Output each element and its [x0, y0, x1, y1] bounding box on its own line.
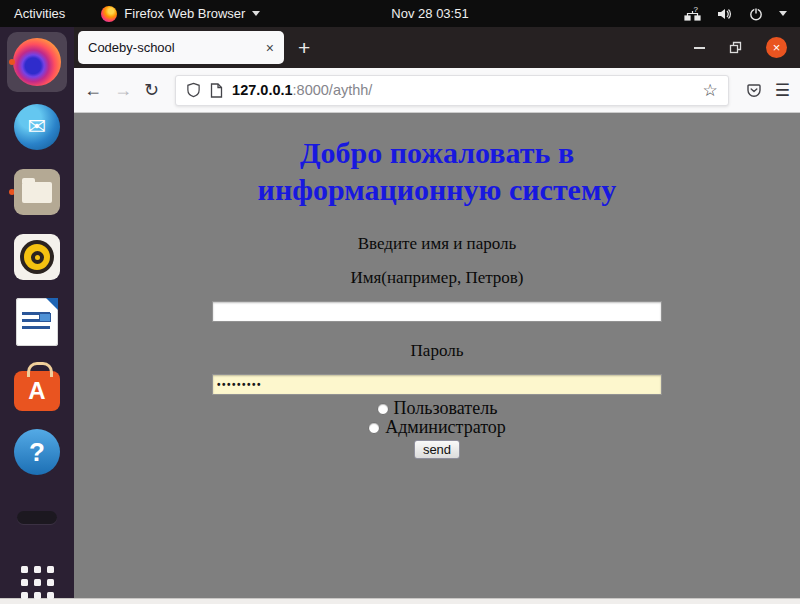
- page-title: Добро пожаловать винформационную систему: [74, 134, 800, 208]
- radio-user-label: Пользователь: [394, 398, 498, 419]
- url-path: :8000/aythh/: [293, 82, 373, 98]
- window-controls: ×: [694, 37, 800, 58]
- dock-item-thunderbird[interactable]: ✉: [7, 97, 67, 157]
- name-input[interactable]: [212, 301, 662, 322]
- window-bottom-edge: [0, 598, 800, 604]
- back-button[interactable]: ←: [84, 80, 102, 101]
- svg-text:?: ?: [694, 6, 699, 14]
- name-label: Имя(например, Петров): [74, 268, 800, 288]
- tab-close-icon[interactable]: ×: [266, 41, 274, 55]
- intro-text: Введите имя и пароль: [74, 234, 800, 254]
- dock-item-libreoffice-writer[interactable]: [7, 292, 67, 352]
- tab-codeby-school[interactable]: Codeby-school ×: [78, 31, 284, 64]
- url-bar[interactable]: 127.0.0.1:8000/aythh/ ☆: [175, 75, 729, 106]
- page-info-icon[interactable]: [210, 83, 223, 98]
- gnome-top-bar: Activities Firefox Web Browser Nov 28 03…: [0, 0, 800, 27]
- firefox-icon: [101, 6, 117, 22]
- radio-button-admin[interactable]: [368, 422, 380, 434]
- password-label: Пароль: [74, 341, 800, 361]
- radio-option-admin[interactable]: Администратор: [74, 418, 800, 437]
- chevron-down-icon: [252, 11, 260, 16]
- url-host: 127.0.0.1: [232, 82, 292, 98]
- clock[interactable]: Nov 28 03:51: [391, 6, 468, 21]
- minimized-window-icon: [17, 511, 57, 524]
- app-menu-label: Firefox Web Browser: [124, 6, 245, 21]
- dock-item-minimized-window[interactable]: [7, 487, 67, 547]
- app-menu[interactable]: Firefox Web Browser: [101, 6, 260, 22]
- tracking-protection-shield-icon[interactable]: [186, 82, 201, 98]
- minimize-button[interactable]: [694, 47, 705, 49]
- tab-title: Codeby-school: [88, 40, 175, 55]
- web-page: Добро пожаловать винформационную систему…: [74, 113, 800, 598]
- new-tab-button[interactable]: +: [298, 36, 310, 60]
- dock-item-ubuntu-software[interactable]: A: [7, 357, 67, 417]
- radio-option-user[interactable]: Пользователь: [74, 399, 800, 418]
- reload-button[interactable]: ↻: [144, 79, 159, 101]
- hamburger-menu-icon[interactable]: ☰: [775, 80, 790, 101]
- navigation-toolbar: ← → ↻ 127.0.0.1:8000/aythh/ ☆ ☰: [74, 68, 800, 113]
- help-icon: ?: [14, 429, 60, 475]
- close-button[interactable]: ×: [766, 37, 787, 58]
- chevron-down-icon: [779, 11, 787, 16]
- restore-button[interactable]: [729, 41, 742, 54]
- pocket-icon[interactable]: [745, 82, 763, 99]
- rhythmbox-icon: [14, 234, 60, 280]
- libreoffice-writer-icon: [16, 298, 58, 346]
- files-icon: [14, 169, 60, 215]
- dock-item-files[interactable]: [7, 162, 67, 222]
- volume-icon: [716, 6, 733, 22]
- app-grid-button[interactable]: [7, 552, 67, 604]
- app-grid-icon: [21, 566, 54, 599]
- radio-admin-label: Администратор: [385, 417, 506, 438]
- tab-bar: Codeby-school × + ×: [74, 27, 800, 68]
- ubuntu-software-icon: A: [14, 371, 60, 411]
- radio-button-user[interactable]: [377, 403, 389, 415]
- url-text[interactable]: 127.0.0.1:8000/aythh/: [232, 82, 693, 98]
- network-status-icon: ?: [684, 6, 701, 22]
- bookmark-star-icon[interactable]: ☆: [703, 80, 718, 101]
- firefox-window: Codeby-school × + × ← → ↻: [74, 27, 800, 598]
- thunderbird-icon: ✉: [14, 104, 60, 150]
- activities-button[interactable]: Activities: [0, 0, 79, 27]
- dock-item-firefox[interactable]: [7, 32, 67, 92]
- forward-button[interactable]: →: [114, 80, 132, 101]
- send-button[interactable]: send: [414, 440, 460, 459]
- dock-item-help[interactable]: ?: [7, 422, 67, 482]
- dock-item-rhythmbox[interactable]: [7, 227, 67, 287]
- running-indicator: [9, 59, 15, 65]
- power-icon: [748, 6, 764, 22]
- firefox-icon: [13, 38, 61, 86]
- password-input[interactable]: [212, 374, 662, 395]
- system-tray[interactable]: ?: [684, 6, 800, 22]
- desktop-shell: ✉ A ?: [0, 27, 800, 598]
- dock: ✉ A ?: [0, 27, 74, 598]
